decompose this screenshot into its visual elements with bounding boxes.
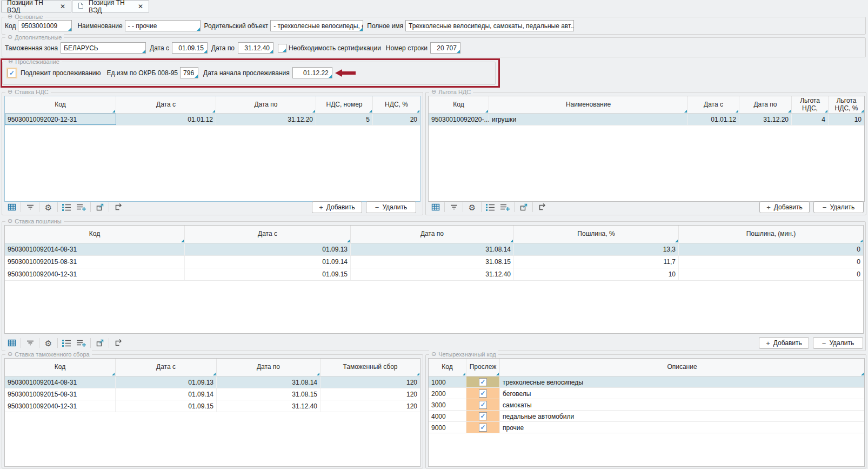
- column-header[interactable]: НДС, номер: [316, 96, 373, 113]
- column-header[interactable]: Описание: [500, 359, 864, 376]
- table-row[interactable]: 3000 ✓ самокаты: [429, 399, 864, 411]
- tab-positions-tn-ved[interactable]: Позиции ТН ВЭД ✕: [1, 1, 71, 12]
- export-icon[interactable]: [92, 337, 107, 349]
- table-row[interactable]: 95030010092014-08-31 01.09.13 31.08.14 1…: [5, 243, 863, 256]
- trace-checkbox[interactable]: ✓: [479, 401, 487, 409]
- date-to-field[interactable]: 31.12.40: [238, 42, 273, 54]
- parent-field[interactable]: - трехколесные велосипеды, са...: [270, 20, 363, 31]
- remove-button[interactable]: −Удалить: [366, 201, 416, 213]
- table-row[interactable]: 95030010092040-12-31 01.09.15 31.12.40 1…: [5, 268, 863, 281]
- filter-icon[interactable]: [23, 337, 37, 349]
- collapse-icon[interactable]: ⊖: [8, 88, 12, 95]
- remove-button[interactable]: −Удалить: [813, 201, 864, 213]
- collapse-icon[interactable]: ⊖: [8, 13, 12, 20]
- column-header[interactable]: Код: [429, 359, 466, 376]
- table-row[interactable]: 95030010092015-08-31 01.09.14 31.08.15 1…: [5, 388, 420, 400]
- collapse-icon[interactable]: ⊖: [8, 58, 13, 65]
- code-field[interactable]: 9503001009: [18, 20, 72, 31]
- filter-icon[interactable]: [23, 201, 37, 213]
- table-row[interactable]: 95030010092015-08-31 01.09.14 31.08.15 1…: [5, 256, 863, 268]
- numbered-list-icon[interactable]: [483, 201, 498, 213]
- add-button[interactable]: +Добавить: [312, 201, 362, 213]
- column-header[interactable]: Дата с: [185, 226, 351, 243]
- grid-icon[interactable]: [4, 337, 19, 349]
- column-header[interactable]: Дата с: [688, 96, 739, 113]
- add-row-icon[interactable]: [74, 337, 89, 349]
- table-row[interactable]: 95030010092020-12-31 01.01.12 31.12.20 5…: [5, 114, 420, 125]
- column-header[interactable]: Льгота НДС,: [792, 96, 829, 113]
- group-main: ⊖ Основные Код 9503001009 Наименование -…: [2, 17, 866, 35]
- column-header[interactable]: Код: [5, 359, 116, 376]
- cell: беговелы: [500, 388, 864, 399]
- column-header[interactable]: Пошлина, %: [514, 226, 679, 243]
- grid-icon[interactable]: [428, 201, 443, 213]
- add-row-icon[interactable]: [74, 201, 89, 213]
- column-header[interactable]: Дата с: [116, 96, 216, 113]
- column-header[interactable]: Дата по: [217, 359, 321, 376]
- column-header[interactable]: Льгота НДС, %: [829, 96, 864, 113]
- trace-checkbox[interactable]: ✓: [479, 378, 487, 386]
- table-row[interactable]: 1000 ✓ трехколесные велосипеды: [429, 376, 864, 388]
- column-header[interactable]: Дата по: [351, 226, 514, 243]
- trace-checkbox[interactable]: ✓: [479, 389, 487, 398]
- name-field[interactable]: - - прочие: [125, 20, 201, 31]
- full-name-field[interactable]: Трехколесные велосипеды, самокаты, педал…: [405, 20, 574, 31]
- column-header[interactable]: Код: [429, 96, 489, 113]
- add-button[interactable]: +Добавить: [759, 337, 809, 349]
- trace-checkbox[interactable]: ✓: [479, 412, 487, 420]
- column-header[interactable]: Код: [5, 96, 116, 113]
- close-icon[interactable]: ✕: [60, 3, 65, 10]
- close-icon[interactable]: ✕: [138, 3, 143, 10]
- column-header[interactable]: Дата по: [216, 96, 316, 113]
- certification-checkbox[interactable]: [278, 44, 286, 52]
- column-header[interactable]: НДС, %: [373, 96, 420, 113]
- column-header[interactable]: Дата с: [116, 359, 217, 376]
- table-row[interactable]: 95030010092040-12-31 01.09.15 31.12.40 1…: [5, 400, 420, 412]
- table-row[interactable]: 95030010092014-08-31 01.09.13 31.08.14 1…: [5, 376, 420, 388]
- column-header[interactable]: Наименование: [489, 96, 688, 113]
- column-header[interactable]: Таможенный сбор: [321, 359, 420, 376]
- gear-icon[interactable]: ⚙: [41, 337, 56, 349]
- refresh-icon[interactable]: [535, 201, 549, 213]
- add-button[interactable]: +Добавить: [759, 201, 810, 213]
- tab-position-tn-ved[interactable]: Позиция ТН ВЭД ✕: [72, 1, 149, 12]
- trace-checkbox[interactable]: ✓: [479, 424, 487, 432]
- table-row[interactable]: 4000 ✓ педальные автомобили: [429, 411, 864, 422]
- add-row-icon[interactable]: [498, 201, 512, 213]
- column-header[interactable]: Прослеж: [466, 359, 500, 376]
- traceable-checkbox[interactable]: ✓: [8, 69, 16, 77]
- cell: 4000: [429, 411, 466, 421]
- cell: ✓: [466, 422, 500, 433]
- sort-corner-icon: [317, 373, 319, 375]
- column-header[interactable]: Код: [5, 226, 185, 243]
- column-header[interactable]: Дата по: [739, 96, 792, 113]
- collapse-icon[interactable]: ⊖: [431, 351, 436, 358]
- collapse-icon[interactable]: ⊖: [8, 351, 12, 358]
- unit-okrb-field[interactable]: 796: [180, 67, 198, 78]
- table-row[interactable]: 9000 ✓ прочие: [429, 422, 864, 433]
- remove-button[interactable]: −Удалить: [813, 337, 863, 349]
- column-header[interactable]: Пошлина, (мин.): [679, 226, 863, 243]
- trace-start-field[interactable]: 01.12.22: [292, 67, 332, 78]
- gear-icon[interactable]: ⚙: [465, 201, 479, 213]
- date-from-field[interactable]: 01.09.15: [172, 42, 208, 54]
- customs-zone-field[interactable]: БЕЛАРУСЬ: [61, 42, 146, 54]
- filter-icon[interactable]: [446, 201, 461, 213]
- numbered-list-icon[interactable]: [59, 201, 74, 213]
- line-number-field[interactable]: 20 707: [430, 42, 460, 54]
- refresh-icon[interactable]: [111, 201, 125, 213]
- grid-icon[interactable]: [4, 201, 19, 213]
- numbered-list-icon[interactable]: [59, 337, 74, 349]
- refresh-icon[interactable]: [111, 337, 125, 349]
- table-row[interactable]: 2000 ✓ беговелы: [429, 388, 864, 399]
- export-icon[interactable]: [516, 201, 531, 213]
- cell: 31.08.15: [217, 388, 321, 400]
- duty-toolbar: ⚙: [4, 336, 125, 349]
- export-icon[interactable]: [92, 201, 107, 213]
- collapse-icon[interactable]: ⊖: [431, 88, 436, 95]
- collapse-icon[interactable]: ⊖: [8, 217, 12, 224]
- table-row[interactable]: 95030010092020-... игрушки 01.01.12 31.1…: [429, 114, 864, 125]
- gear-icon[interactable]: ⚙: [41, 201, 56, 213]
- collapse-icon[interactable]: ⊖: [8, 34, 12, 41]
- sort-corner-icon: [861, 110, 864, 113]
